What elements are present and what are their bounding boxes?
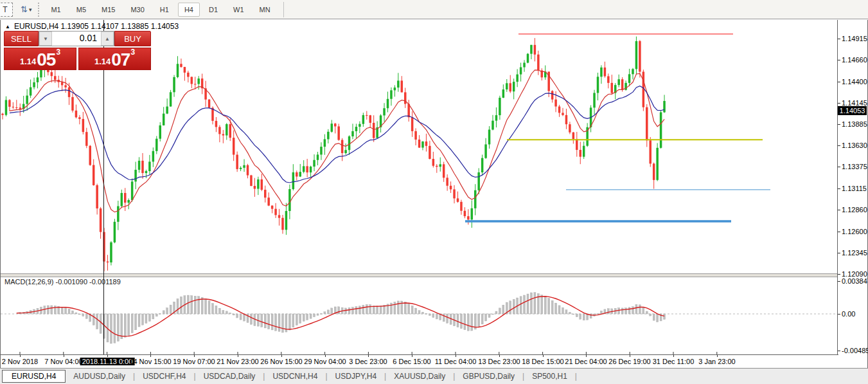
price-axis-label: 1.12345 (842, 249, 867, 257)
chart-window[interactable]: ▲ EURUSD,H4 1.13905 1.14107 1.13885 1.14… (0, 20, 868, 368)
price-axis-tick (838, 253, 840, 253)
time-axis-tick (717, 355, 718, 357)
macd-axis-tick (838, 351, 840, 351)
price-axis-tick (838, 274, 840, 275)
toolbar-grip[interactable] (38, 3, 39, 17)
price-axis-label: 1.13630 (842, 142, 867, 149)
time-axis-tick (64, 355, 64, 357)
price-axis-tick (838, 210, 840, 210)
timeframe-button-m30[interactable]: M30 (124, 3, 150, 17)
timeframe-button-w1[interactable]: W1 (227, 3, 251, 17)
buy-price-sup: 3 (130, 48, 135, 56)
chart-tab-usdchf[interactable]: USDCHF,H4 (135, 370, 193, 382)
time-axis-tick (673, 355, 674, 357)
chart-tab-xauusd[interactable]: XAUUSD,Daily (386, 370, 453, 382)
tab-separator: | (575, 372, 577, 381)
time-axis-label: 26 Nov 15:00 (260, 358, 302, 365)
time-axis-label: 11 Dec 04:00 (435, 358, 477, 365)
timeframe-button-m5[interactable]: M5 (70, 3, 93, 17)
price-axis-label: 1.12860 (842, 206, 867, 214)
timeframe-buttons: M1M5M15M30H1H4D1W1MN (43, 3, 278, 17)
timeframe-button-h4[interactable]: H4 (178, 3, 200, 17)
time-axis-tick (238, 355, 238, 357)
volume-increase-button[interactable]: ▲ (101, 32, 114, 46)
price-axis-label: 1.13885 (842, 120, 867, 128)
time-axis[interactable]: 2 Nov 20187 Nov 04:002018.11.13 0:0014 N… (1, 354, 838, 368)
time-axis-tick (586, 355, 587, 357)
chart-tab-gbpusd[interactable]: GBPUSD,Daily (455, 370, 522, 382)
price-axis-tick (838, 82, 840, 82)
time-axis-tick (107, 355, 108, 357)
volume-decrease-button[interactable]: ▼ (39, 32, 52, 46)
macd-pane[interactable] (1, 276, 838, 354)
one-click-trade-panel: SELL ▼ 0.01 ▲ BUY 1.14 05 3 1.14 07 3 (4, 31, 151, 70)
macd-axis-label: 0.00 (842, 310, 855, 318)
chart-tab-usdcad[interactable]: USDCAD,Daily (196, 370, 263, 382)
sell-button[interactable]: SELL (4, 31, 39, 46)
sell-price-small: 1.14 (20, 55, 36, 68)
time-axis-label: 13 Dec 23:00 (478, 358, 520, 365)
price-axis-label: 1.13375 (842, 163, 867, 170)
chart-tab-eurusd[interactable]: EURUSD,H4 (2, 370, 66, 383)
price-axis[interactable]: 1.149151.146601.144001.141451.138851.136… (837, 20, 867, 368)
price-axis-label: 1.12600 (842, 228, 867, 235)
time-axis-label: 21 Dec 04:00 (565, 358, 607, 365)
volume-spinner: ▼ 0.01 ▲ (39, 31, 114, 46)
chart-tab-usdcnh[interactable]: USDCNH,H4 (265, 370, 325, 382)
time-axis-tick (281, 355, 282, 357)
time-axis-label: 31 Dec 11:00 (653, 358, 695, 365)
macd-axis-tick (838, 314, 840, 315)
time-axis-label: 29 Nov 04:00 (304, 358, 346, 365)
time-axis-tick (412, 355, 412, 357)
price-axis-tick (838, 167, 840, 167)
chevron-down-icon[interactable]: ▾ (29, 6, 32, 13)
timeframe-button-h1[interactable]: H1 (154, 3, 175, 17)
macd-axis-label: 0.003847 (842, 277, 868, 285)
timeframe-button-mn[interactable]: MN (253, 3, 277, 17)
chart-tabs-bar: EURUSD,H4AUDUSD,Daily|USDCHF,H4|USDCAD,D… (0, 368, 868, 384)
top-toolbar: T ⇅ ▾ M1M5M15M30H1H4D1W1MN (0, 0, 868, 19)
time-axis-label: 3 Jan 23:00 (698, 358, 736, 365)
time-axis-label: 18 Dec 15:00 (522, 358, 563, 365)
chart-title-text: EURUSD,H4 1.13905 1.14107 1.13885 1.1405… (14, 22, 179, 31)
time-axis-tick (150, 355, 151, 357)
price-axis-tick (838, 60, 840, 60)
buy-price-small: 1.14 (94, 55, 111, 68)
chart-title: ▲ EURUSD,H4 1.13905 1.14107 1.13885 1.14… (5, 22, 179, 31)
buy-price-button[interactable]: 1.14 07 3 (78, 48, 151, 70)
buy-price-big: 07 (111, 51, 130, 68)
macd-axis-tick (838, 281, 840, 282)
price-axis-label: 1.14400 (842, 78, 867, 86)
volume-input[interactable]: 0.01 (52, 32, 101, 46)
vertical-line-object[interactable] (103, 20, 104, 354)
time-axis-badge: 2018.11.13 0:00 (80, 358, 135, 365)
time-axis-tick (20, 355, 21, 357)
price-axis-label: 1.13115 (842, 185, 867, 192)
chart-tab-audusd[interactable]: AUDUSD,Daily (66, 370, 133, 382)
time-axis-tick (543, 355, 544, 357)
time-axis-tick (368, 355, 369, 357)
macd-indicator-label: MACD(12,26,9) -0.001090 -0.001189 (4, 278, 121, 286)
buy-button[interactable]: BUY (114, 31, 151, 46)
time-axis-label: 21 Nov 23:00 (217, 358, 258, 365)
price-axis-label: 1.14915 (842, 35, 867, 42)
text-tool-icon[interactable]: T (0, 3, 13, 17)
timeframe-button-m1[interactable]: M1 (44, 3, 67, 17)
time-axis-label: 6 Dec 15:00 (393, 358, 430, 365)
time-axis-label: 26 Dec 19:00 (608, 358, 650, 365)
timeframe-button-d1[interactable]: D1 (202, 3, 224, 17)
time-axis-label: 14 Nov 15:00 (129, 358, 171, 365)
macd-axis-label: -0.004856 (842, 347, 868, 354)
timeframe-button-m15[interactable]: M15 (95, 3, 121, 17)
price-axis-tick (838, 124, 840, 125)
time-axis-tick (630, 355, 630, 357)
chart-tab-sp500[interactable]: SP500,H1 (524, 370, 575, 382)
toolbar-separator (283, 2, 284, 17)
arrows-tool-icon[interactable]: ⇅ (21, 5, 28, 14)
chart-tab-usdjpy[interactable]: USDJPY,H4 (328, 370, 384, 382)
price-axis-tick (838, 232, 840, 232)
window-arrow-icon: ▲ (5, 24, 10, 30)
price-axis-tick (838, 39, 840, 39)
sell-price-button[interactable]: 1.14 05 3 (4, 48, 76, 70)
price-axis-label: 1.14660 (842, 56, 867, 64)
